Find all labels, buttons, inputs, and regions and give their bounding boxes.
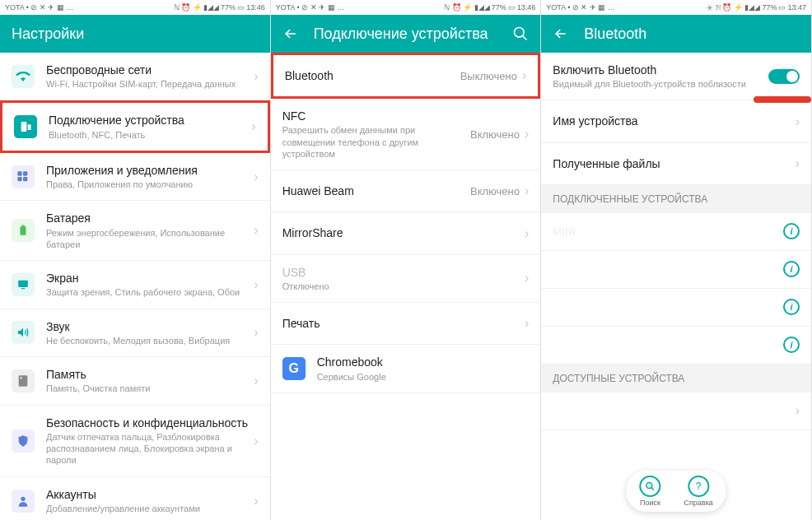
chevron-icon: › bbox=[254, 434, 258, 448]
device-icon bbox=[14, 115, 37, 138]
carrier-label: YOTA bbox=[5, 3, 25, 12]
nfc-row[interactable]: NFCРазрешить обмен данными при совмещени… bbox=[271, 99, 541, 170]
person-icon bbox=[12, 490, 35, 513]
device-connection-screen: YOTA• ⊘ ✕ ✈ ▦ … ℕ ⏰ ⚡ ▮◢◢77%▭13:46 Подкл… bbox=[271, 0, 542, 520]
page-title: Bluetooth bbox=[584, 26, 800, 43]
info-icon[interactable]: i bbox=[783, 223, 800, 239]
row-sub: Разрешить обмен данными при совмещении т… bbox=[282, 124, 470, 160]
chevron-icon: › bbox=[522, 68, 526, 83]
row-sub: Не беспокоить, Мелодия вызова, Вибрация bbox=[46, 335, 254, 346]
row-sub: Wi-Fi, Настройки SIM-карт, Передача данн… bbox=[46, 78, 254, 90]
back-icon[interactable] bbox=[282, 26, 299, 42]
accounts-row[interactable]: АккаунтыДобавление/управление аккаунтами… bbox=[0, 477, 270, 520]
battery-row[interactable]: БатареяРежим энергосбережения, Использов… bbox=[0, 201, 270, 261]
svg-point-14 bbox=[646, 483, 652, 489]
row-title: USB bbox=[282, 265, 525, 280]
chevron-icon: › bbox=[525, 316, 529, 331]
chevron-icon: › bbox=[254, 169, 258, 184]
chevron-icon: › bbox=[525, 271, 529, 286]
mirrorshare-row[interactable]: MirrorShare › bbox=[271, 212, 541, 254]
paired-device-row[interactable]: MINIi bbox=[541, 213, 811, 251]
row-title: Батарея bbox=[46, 211, 254, 225]
bluetooth-toggle[interactable] bbox=[768, 69, 800, 84]
search-icon[interactable] bbox=[512, 26, 529, 42]
apps-notifications-row[interactable]: Приложения и уведомленияПрава, Приложени… bbox=[0, 153, 270, 201]
usb-row: USBОтключено › bbox=[271, 255, 541, 303]
header: Настройки bbox=[0, 15, 270, 53]
chevron-icon: › bbox=[796, 403, 800, 418]
status-icons: • ⊘ ✕ ✈ ▦ … bbox=[26, 3, 74, 12]
chevron-icon: › bbox=[254, 325, 258, 340]
paired-device-row[interactable]: i bbox=[541, 327, 811, 364]
print-row[interactable]: Печать › bbox=[271, 303, 541, 345]
row-title: Экран bbox=[46, 271, 254, 286]
info-icon[interactable]: i bbox=[783, 337, 800, 353]
svg-rect-6 bbox=[21, 227, 26, 236]
svg-rect-1 bbox=[28, 125, 31, 131]
settings-screen: YOTA • ⊘ ✕ ✈ ▦ … ℕ ⏰ ⚡ ▮◢◢ 77% ▭ 13:46 Н… bbox=[0, 0, 271, 520]
paired-device-row[interactable]: i bbox=[541, 289, 811, 327]
settings-list[interactable]: Беспроводные сетиWi-Fi, Настройки SIM-ка… bbox=[0, 53, 270, 520]
svg-point-12 bbox=[21, 496, 25, 500]
chevron-icon: › bbox=[525, 183, 529, 198]
bluetooth-row[interactable]: Bluetooth Выключено › bbox=[271, 53, 541, 99]
row-value: Выключено bbox=[460, 70, 517, 82]
display-row[interactable]: ЭкранЗащита зрения, Стиль рабочего экран… bbox=[0, 261, 270, 309]
chevron-icon: › bbox=[254, 494, 258, 508]
back-icon[interactable] bbox=[553, 26, 569, 42]
info-icon[interactable]: i bbox=[783, 299, 800, 315]
sound-row[interactable]: ЗвукНе беспокоить, Мелодия вызова, Вибра… bbox=[0, 309, 270, 357]
row-title: Память bbox=[46, 367, 254, 382]
row-title: Аккаунты bbox=[46, 487, 254, 502]
row-title: Печать bbox=[282, 316, 525, 331]
search-button[interactable]: Поиск bbox=[639, 476, 660, 507]
row-sub: Датчик отпечатка пальца, Разблокировка р… bbox=[46, 431, 254, 467]
google-icon: G bbox=[282, 357, 306, 380]
storage-row[interactable]: ПамятьПамять, Очистка памяти › bbox=[0, 357, 270, 405]
available-section-header: ДОСТУПНЫЕ УСТРОЙСТВА bbox=[541, 364, 811, 392]
paired-device-row[interactable]: i bbox=[541, 251, 811, 289]
info-icon[interactable]: i bbox=[783, 261, 800, 277]
device-connection-row[interactable]: Подключение устройстваBluetooth, NFC, Пе… bbox=[0, 100, 270, 152]
bluetooth-list[interactable]: Включить BluetoothВидимый для Bluetooth-… bbox=[541, 53, 811, 520]
row-title: Безопасность и конфиденциальность bbox=[46, 416, 254, 430]
signal-icons: ℕ ⏰ ⚡ ▮◢◢ bbox=[174, 3, 220, 12]
svg-rect-10 bbox=[19, 375, 28, 386]
row-value: Включено bbox=[470, 128, 520, 141]
search-icon bbox=[639, 476, 660, 497]
help-icon: ? bbox=[688, 476, 709, 497]
svg-point-13 bbox=[515, 28, 525, 38]
row-title: Включить Bluetooth bbox=[553, 63, 768, 77]
available-device-row[interactable]: › bbox=[541, 392, 811, 430]
help-button[interactable]: ? Справка bbox=[684, 476, 712, 507]
connection-list[interactable]: Bluetooth Выключено › NFCРазрешить обмен… bbox=[271, 53, 541, 520]
chevron-icon: › bbox=[796, 156, 800, 171]
enable-bluetooth-row[interactable]: Включить BluetoothВидимый для Bluetooth-… bbox=[541, 53, 811, 100]
page-title: Подключение устройства bbox=[314, 26, 498, 43]
row-sub: Права, Приложения по умолчанию bbox=[46, 179, 254, 190]
bluetooth-screen: YOTA• ⊘ ✕ ✈ ▦ … ⚹ ℕ ⏰ ⚡ ▮◢◢77%▭13:47 Blu… bbox=[541, 0, 812, 520]
row-title: NFC bbox=[282, 109, 470, 123]
row-title: Беспроводные сети bbox=[46, 63, 254, 77]
row-title: Bluetooth bbox=[285, 68, 460, 83]
row-title: Полученные файлы bbox=[553, 156, 795, 171]
sound-icon bbox=[12, 321, 35, 344]
chevron-icon: › bbox=[254, 374, 258, 388]
security-row[interactable]: Безопасность и конфиденциальностьДатчик … bbox=[0, 406, 270, 477]
huawei-beam-row[interactable]: Huawei Beam Включено › bbox=[271, 170, 541, 212]
svg-rect-5 bbox=[23, 177, 27, 181]
svg-rect-7 bbox=[21, 225, 25, 227]
chevron-icon: › bbox=[254, 223, 258, 238]
status-bar: YOTA• ⊘ ✕ ✈ ▦ … ⚹ ℕ ⏰ ⚡ ▮◢◢77%▭13:47 bbox=[541, 0, 811, 15]
device-name-row[interactable]: Имя устройства › bbox=[541, 100, 811, 142]
row-sub: Защита зрения, Стиль рабочего экрана, Об… bbox=[46, 286, 254, 298]
row-title: Имя устройства bbox=[553, 114, 795, 128]
wireless-networks-row[interactable]: Беспроводные сетиWi-Fi, Настройки SIM-ка… bbox=[0, 53, 270, 100]
row-title: Приложения и уведомления bbox=[46, 163, 254, 178]
row-sub: Сервисы Google bbox=[317, 371, 530, 383]
svg-rect-3 bbox=[23, 171, 27, 175]
row-sub: Bluetooth, NFC, Печать bbox=[49, 129, 251, 141]
row-title: Звук bbox=[46, 319, 254, 334]
received-files-row[interactable]: Полученные файлы › bbox=[541, 143, 811, 185]
chromebook-row[interactable]: G ChromebookСервисы Google bbox=[271, 345, 541, 392]
